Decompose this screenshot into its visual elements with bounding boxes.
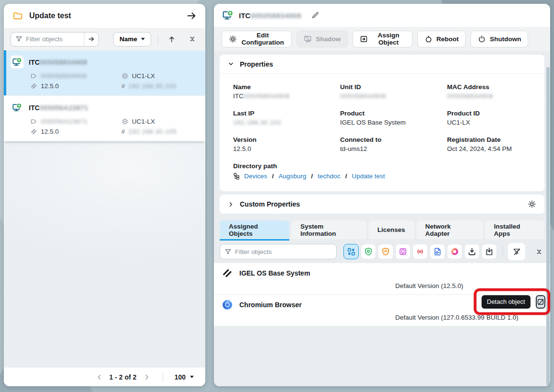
- color-wheel-icon: [450, 247, 459, 256]
- tag-icon: [30, 118, 37, 125]
- assign-object-button[interactable]: Assign Object: [353, 31, 412, 47]
- sort-by-label: Name: [119, 35, 137, 43]
- reboot-label: Reboot: [436, 35, 459, 43]
- tab-licenses[interactable]: Licenses: [368, 220, 414, 239]
- gear-icon: [229, 35, 237, 43]
- assigned-object-version: Default Version (127.0.6533.99 BUILD 1.0…: [395, 314, 542, 321]
- chevron-right-icon: [228, 201, 234, 208]
- vertical-scrollbar[interactable]: [546, 67, 550, 385]
- chevron-down-icon: [228, 61, 234, 67]
- masked-text: 192.168.30.102: [129, 82, 177, 90]
- masked-text: 005058934908: [40, 58, 87, 66]
- filter-objects-input[interactable]: [26, 35, 84, 43]
- sort-by-button[interactable]: Name: [113, 32, 151, 46]
- property-unit-id: Unit ID 005058934908: [340, 83, 447, 100]
- device-list-panel: Update test Name: [4, 4, 205, 386]
- properties-title: Properties: [240, 60, 273, 68]
- filter-rings-button[interactable]: [413, 244, 428, 259]
- tab-system-information[interactable]: System Information: [291, 220, 366, 239]
- tree-icon: [233, 173, 240, 180]
- tab-installed-apps[interactable]: Installed Apps: [485, 220, 544, 239]
- properties-header[interactable]: Properties: [220, 55, 544, 74]
- shield-green-icon: [364, 247, 373, 256]
- divider: [503, 246, 503, 257]
- box-arrow-icon: [360, 35, 368, 43]
- masked-text: 005058934908: [244, 92, 290, 100]
- edit-configuration-label: Edit Configuration: [241, 32, 284, 46]
- open-in-tree-button[interactable]: [186, 11, 197, 21]
- path-link-augsburg[interactable]: Augsburg: [279, 173, 306, 180]
- collapse-objects-button[interactable]: [536, 248, 542, 256]
- pagination-bar: 1 - 2 of 2 100: [4, 367, 205, 386]
- page-prev-button[interactable]: [96, 374, 103, 380]
- filter-all-objects-button[interactable]: [343, 244, 359, 259]
- blue-file-icon: [433, 247, 442, 256]
- sort-direction-button[interactable]: [168, 35, 176, 43]
- masked-text: 005058934908: [447, 92, 493, 100]
- edit-configuration-button[interactable]: Edit Configuration: [222, 31, 292, 47]
- path-separator: /: [272, 173, 274, 180]
- properties-section: Properties Name ITC005058934908 Unit ID …: [220, 55, 544, 191]
- property-mac-address: MAC Address 005058934908: [447, 83, 531, 100]
- rename-device-button[interactable]: [311, 12, 319, 19]
- device-icon: [11, 101, 24, 114]
- shutdown-label: Shutdown: [490, 35, 521, 43]
- filter-files-button[interactable]: [430, 244, 445, 259]
- shadow-button[interactable]: Shadow: [296, 31, 348, 47]
- detail-header: ITC005058934908: [214, 4, 550, 27]
- assigned-object-name: IGEL OS Base System: [239, 269, 310, 277]
- hash-icon: #: [121, 82, 125, 90]
- filter-submit-button[interactable]: [84, 33, 98, 46]
- device-title: ITC005058934908: [239, 12, 301, 20]
- path-link-techdoc[interactable]: techdoc: [318, 173, 340, 180]
- objects-filter-field[interactable]: [220, 244, 337, 259]
- collapse-list-button[interactable]: [189, 35, 196, 43]
- shield-orange-icon: [381, 247, 390, 256]
- filter-priority-profiles-button[interactable]: [378, 244, 393, 259]
- filter-apps-button[interactable]: [395, 244, 411, 259]
- reboot-button[interactable]: Reboot: [417, 31, 466, 47]
- monitor-slash-icon: [304, 35, 312, 43]
- list-controls: Name: [4, 28, 205, 50]
- power-icon: [478, 35, 486, 43]
- directory-path: Directory path Devices / Augsburg / tech…: [233, 162, 531, 180]
- pagination-range: 1 - 2 of 2: [109, 373, 137, 381]
- folder-title: Update test: [29, 12, 71, 20]
- masked-text: 005058934908: [41, 72, 87, 80]
- objects-filter-input[interactable]: [235, 248, 336, 255]
- shutdown-button[interactable]: Shutdown: [471, 31, 528, 47]
- assigned-object-name: Chromium Browser: [239, 301, 302, 309]
- red-rings-icon: [416, 247, 424, 256]
- clear-filter-button[interactable]: [508, 243, 525, 260]
- assign-object-label: Assign Object: [372, 32, 405, 46]
- tab-network-adapter[interactable]: Network Adapter: [416, 220, 483, 239]
- tab-assigned-objects[interactable]: Assigned Objects: [220, 220, 289, 239]
- custom-properties-header[interactable]: Custom Properties: [220, 195, 544, 214]
- caret-down-icon: [190, 376, 194, 378]
- property-product-id: Product ID UC1-LX: [447, 110, 531, 126]
- folder-header: Update test: [4, 4, 205, 28]
- filter-objects-field[interactable]: [11, 32, 99, 46]
- property-connected-to: Connected to td-ums12: [340, 136, 447, 152]
- device-unit-id: 005058934908: [30, 72, 121, 80]
- page-size-select[interactable]: 100: [175, 373, 194, 381]
- shadow-label: Shadow: [316, 35, 341, 43]
- divider: [163, 372, 163, 382]
- custom-properties-settings-button[interactable]: [528, 200, 536, 208]
- detach-object-button[interactable]: [536, 295, 545, 309]
- filter-profiles-button[interactable]: [361, 244, 376, 259]
- filter-icon: [220, 248, 235, 255]
- device-icon: [222, 10, 234, 21]
- export-button[interactable]: [464, 244, 480, 259]
- masked-text: 005058934908: [340, 92, 386, 100]
- import-button[interactable]: [482, 244, 497, 259]
- device-detail-panel: ITC005058934908 Edit Configuration Shado…: [214, 4, 550, 386]
- device-list-item[interactable]: ITC005058934908 005058934908 UC1-LX 12.5…: [4, 50, 205, 96]
- page-next-button[interactable]: [143, 374, 150, 380]
- filter-color-wheel-button[interactable]: [447, 244, 462, 259]
- path-link-devices[interactable]: Devices: [244, 173, 267, 180]
- detail-content: Properties Name ITC005058934908 Unit ID …: [214, 51, 550, 386]
- path-link-update-test[interactable]: Update test: [352, 173, 385, 180]
- device-list-item[interactable]: ITC005056A23871 005056A23871 UC1-LX 12.5…: [4, 96, 205, 141]
- path-separator: /: [345, 173, 347, 180]
